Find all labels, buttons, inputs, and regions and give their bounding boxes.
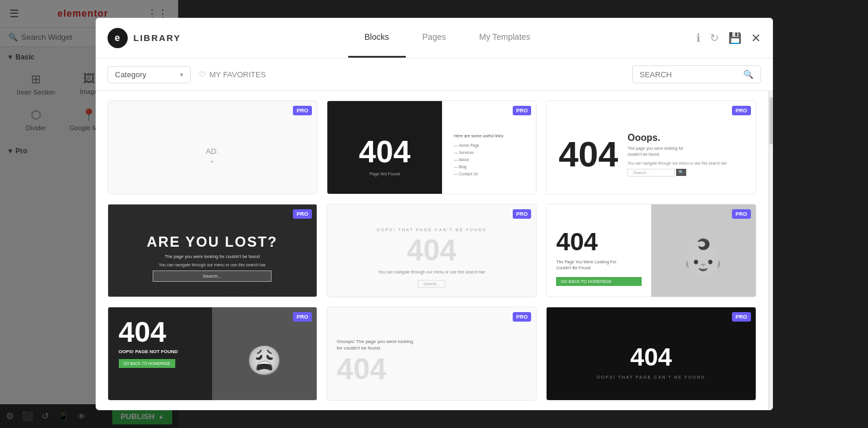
pro-badge: PRO bbox=[732, 312, 751, 322]
modal-tabs: Blocks Pages My Templates bbox=[199, 18, 696, 58]
modal-header: e LIBRARY Blocks Pages My Templates ℹ ↻ … bbox=[96, 18, 773, 58]
template-card[interactable]: PRO OOPS! THAT PAGE CAN'T BE FOUND 404 Y… bbox=[327, 204, 536, 298]
category-dropdown[interactable]: Category ▾ bbox=[108, 66, 191, 83]
close-icon[interactable]: ✕ bbox=[751, 31, 761, 45]
template-preview: PRO 404 OOPS! THAT PAGE CAN'T BE FOUND bbox=[547, 307, 755, 401]
template-preview: PRO Oooops! The page you were lookingfor… bbox=[327, 307, 536, 401]
pro-badge: PRO bbox=[293, 106, 312, 115]
tab-my-templates[interactable]: My Templates bbox=[462, 18, 547, 58]
template-preview: PRO 404 Ooops. The page you were looking… bbox=[547, 101, 755, 194]
template-preview: PRO OOPS! THAT PAGE CAN'T BE FOUND 404 Y… bbox=[327, 204, 536, 298]
library-modal: e LIBRARY Blocks Pages My Templates ℹ ↻ … bbox=[96, 18, 773, 410]
template-preview: PRO 😩 404 OOPS! PAGE NOT FOUND GO BACK T… bbox=[108, 307, 317, 401]
filter-bar: Category ▾ ♡ MY FAVORITES 🔍 bbox=[96, 58, 773, 91]
template-card[interactable]: PRO ARE YOU LOST? The page you were look… bbox=[108, 204, 317, 298]
template-card[interactable]: PRO Oooops! The page you were lookingfor… bbox=[327, 307, 536, 401]
template-card[interactable]: PRO 404 Ooops. The page you were looking… bbox=[546, 100, 756, 194]
heart-icon: ♡ bbox=[199, 70, 206, 79]
template-preview: PRO AD. bbox=[108, 101, 317, 194]
search-box-icon: 🔍 bbox=[743, 70, 753, 79]
info-icon[interactable]: ℹ bbox=[696, 32, 700, 45]
modal-header-actions: ℹ ↻ 💾 ✕ bbox=[696, 31, 761, 45]
pro-badge: PRO bbox=[293, 209, 312, 219]
pro-badge: PRO bbox=[732, 106, 751, 115]
pro-badge: PRO bbox=[293, 312, 312, 322]
templates-grid: PRO AD. PRO 404 Page No bbox=[96, 91, 768, 410]
template-card[interactable]: PRO 404 The Page You Were Looking ForCou… bbox=[546, 204, 756, 298]
search-input[interactable] bbox=[640, 70, 740, 79]
pro-badge: PRO bbox=[732, 209, 751, 219]
scrollbar-thumb bbox=[769, 97, 773, 144]
pro-badge: PRO bbox=[513, 312, 532, 322]
category-chevron-icon: ▾ bbox=[180, 71, 183, 78]
search-box: 🔍 bbox=[632, 65, 761, 83]
refresh-icon[interactable]: ↻ bbox=[710, 32, 719, 45]
template-card[interactable]: PRO 😩 404 OOPS! PAGE NOT FOUND GO BACK T… bbox=[108, 307, 317, 401]
template-card[interactable]: PRO AD. bbox=[108, 100, 317, 194]
pro-badge: PRO bbox=[513, 209, 532, 219]
modal-overlay: e LIBRARY Blocks Pages My Templates ℹ ↻ … bbox=[0, 0, 868, 428]
favorites-button[interactable]: ♡ MY FAVORITES bbox=[199, 70, 266, 79]
pro-badge: PRO bbox=[513, 106, 532, 115]
template-card[interactable]: PRO 404 OOPS! THAT PAGE CAN'T BE FOUND bbox=[546, 307, 756, 401]
template-preview: PRO 404 Page Not Found Here are some use… bbox=[327, 101, 536, 194]
tab-blocks[interactable]: Blocks bbox=[348, 18, 406, 58]
save-icon[interactable]: 💾 bbox=[728, 32, 741, 45]
modal-content: PRO AD. PRO 404 Page No bbox=[96, 91, 773, 410]
template-preview: PRO ARE YOU LOST? The page you were look… bbox=[108, 204, 317, 298]
tab-pages[interactable]: Pages bbox=[406, 18, 463, 58]
modal-logo: e LIBRARY bbox=[108, 28, 181, 48]
template-card[interactable]: PRO 404 Page Not Found Here are some use… bbox=[327, 100, 536, 194]
modal-logo-icon: e bbox=[108, 28, 128, 48]
modal-logo-text: LIBRARY bbox=[134, 33, 181, 43]
modal-scrollbar[interactable] bbox=[768, 91, 773, 410]
template-preview: PRO 404 The Page You Were Looking ForCou… bbox=[547, 204, 755, 298]
